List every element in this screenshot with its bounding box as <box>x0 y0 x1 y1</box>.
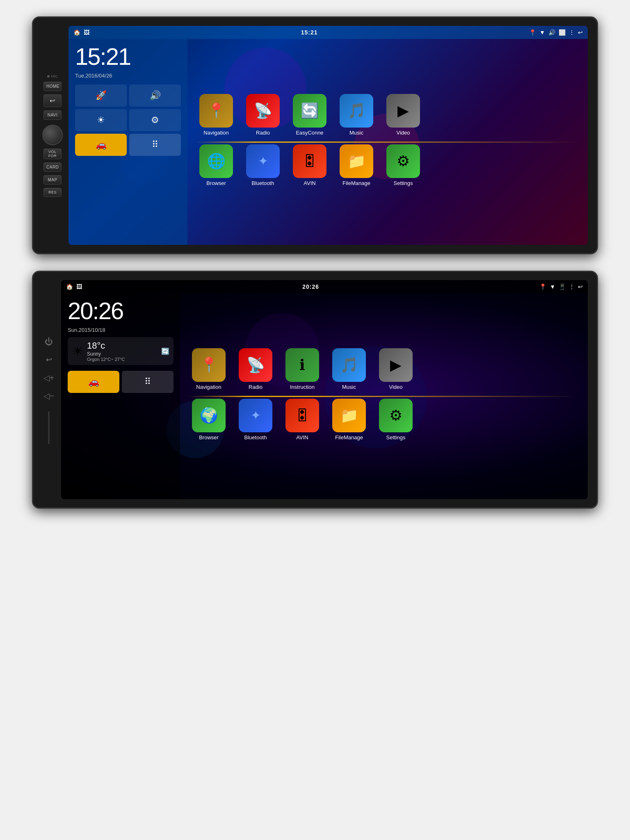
map-button[interactable]: MAP <box>43 175 62 185</box>
app-divider-2 <box>188 396 580 397</box>
car-widget-2[interactable]: 🚗 <box>68 371 119 393</box>
status-time-1: 15:21 <box>301 29 318 36</box>
connect-icon: 🔄 <box>293 94 326 128</box>
weather-icon: ☀ <box>72 343 84 359</box>
vol-up-button[interactable]: ◁+ <box>42 371 55 384</box>
device-unit-2: ⏻ ↩ ◁+ ◁− 🏠 🖼 20:26 📍 ▼ 📱 ⋮ ↩ <box>32 271 598 509</box>
browser-label: Browser <box>206 180 226 186</box>
avin-app-2[interactable]: 🎛 AVIN <box>282 399 323 441</box>
apps-widget-2[interactable]: ⠿ <box>122 371 173 393</box>
back-icon-2[interactable]: ↩ <box>578 283 583 290</box>
filemanager-icon: 📁 <box>340 144 373 178</box>
clock-date-1: Tue,2016/04/26 <box>75 73 181 79</box>
video-app[interactable]: ▶ Video <box>383 94 424 136</box>
bluetooth-label: Bluetooth <box>252 180 274 186</box>
apps-widget[interactable]: ⠿ <box>129 134 181 156</box>
volume-knob[interactable] <box>42 125 63 145</box>
music-label-2: Music <box>342 384 356 390</box>
speaker-widget[interactable]: 🔊 <box>129 84 181 107</box>
navi-button[interactable]: NAVI <box>43 110 62 120</box>
wifi-icon: ▼ <box>539 29 545 36</box>
volume-icon[interactable]: 🔊 <box>548 29 555 36</box>
app-row-2-bottom: 🌍 Browser ✦ Bluetooth 🎛 AVIN 📁 FileManag… <box>188 399 580 441</box>
gallery-icon[interactable]: 🖼 <box>84 29 89 36</box>
refresh-button[interactable]: 🔄 <box>161 347 169 355</box>
left-panel-2: 20:26 Sun,2015/10/18 ☀ 18°c Sunny Orgon … <box>61 293 180 499</box>
instruction-app[interactable]: ℹ Instruction <box>282 348 323 390</box>
video-icon-2: ▶ <box>379 348 413 382</box>
side-buttons-1: MIC HOME ↩ NAVI VOL FOR CARD MAP RES <box>42 74 63 197</box>
avin-icon-2: 🎛 <box>285 399 319 432</box>
settings-widget[interactable]: ⚙ <box>129 109 181 131</box>
nav-app[interactable]: 📍 Navigation <box>196 94 237 136</box>
widget-grid-2: 🚗 ⠿ <box>68 371 173 393</box>
video-label: Video <box>396 130 410 136</box>
music-app-2[interactable]: 🎵 Music <box>329 348 370 390</box>
back-icon[interactable]: ↩ <box>578 29 583 36</box>
filemanager-app-2[interactable]: 📁 FileManage <box>329 399 370 441</box>
music-app[interactable]: 🎵 Music <box>336 94 377 136</box>
settings-app[interactable]: ⚙ Settings <box>383 144 424 186</box>
radio-icon: 📡 <box>246 94 280 128</box>
gallery-icon-2[interactable]: 🖼 <box>76 283 82 290</box>
home-button[interactable]: HOME <box>43 82 62 91</box>
app-grid-1: 📍 Navigation 📡 Radio 🔄 EasyConne 🎵 Music <box>187 39 588 245</box>
status-right-1: 📍 ▼ 🔊 ⬜ ⋮ ↩ <box>529 29 583 36</box>
app-row-1-top: 📍 Navigation 📡 Radio 🔄 EasyConne 🎵 Music <box>196 94 580 136</box>
bluetooth-app[interactable]: ✦ Bluetooth <box>242 144 283 186</box>
clock-time-2: 20:26 <box>68 299 173 323</box>
settings-icon: ⚙ <box>386 144 420 178</box>
car-widget[interactable]: 🚗 <box>75 134 127 156</box>
screen-2: 🏠 🖼 20:26 📍 ▼ 📱 ⋮ ↩ 20:26 Sun,2015/10/18… <box>61 280 588 499</box>
settings-app-2[interactable]: ⚙ Settings <box>375 399 416 441</box>
status-bar-2: 🏠 🖼 20:26 📍 ▼ 📱 ⋮ ↩ <box>61 280 588 293</box>
side-slider <box>48 411 50 444</box>
connect-app[interactable]: 🔄 EasyConne <box>289 94 330 136</box>
sd-icon: 📱 <box>559 283 566 290</box>
avin-app[interactable]: 🎛 AVIN <box>289 144 330 186</box>
clock-date-2: Sun,2015/10/18 <box>68 327 173 333</box>
video-app-2[interactable]: ▶ Video <box>375 348 416 390</box>
menu-icon[interactable]: ⋮ <box>569 29 575 36</box>
status-bar-1: 🏠 🖼 15:21 📍 ▼ 🔊 ⬜ ⋮ ↩ <box>68 26 588 39</box>
res-button[interactable]: RES <box>43 188 62 197</box>
main-area-2: 20:26 Sun,2015/10/18 ☀ 18°c Sunny Orgon … <box>61 293 588 499</box>
connect-label: EasyConne <box>296 130 323 136</box>
menu-icon-2[interactable]: ⋮ <box>569 283 575 290</box>
vol-down-button[interactable]: ◁− <box>42 389 55 402</box>
weather-info: 18°c Sunny Orgon 12°C~ 27°C <box>87 340 158 362</box>
bluetooth-icon: ✦ <box>246 144 280 178</box>
home-icon-2[interactable]: 🏠 <box>66 283 73 290</box>
back-button-2[interactable]: ↩ <box>42 353 55 366</box>
nav-app-2[interactable]: 📍 Navigation <box>188 348 229 390</box>
bluetooth-icon-2: ✦ <box>239 399 272 432</box>
battery-icon: ⬜ <box>559 29 566 36</box>
location-icon-2: 📍 <box>539 283 546 290</box>
left-panel-1: 15:21 Tue,2016/04/26 🚀 🔊 ☀ ⚙ 🚗 ⠿ <box>68 39 187 245</box>
launch-icon[interactable]: 🚀 <box>75 84 127 107</box>
app-row-2-top: 📍 Navigation 📡 Radio ℹ Instruction 🎵 Mus… <box>188 348 580 390</box>
browser-app-2[interactable]: 🌍 Browser <box>188 399 229 441</box>
instruction-label: Instruction <box>290 384 315 390</box>
avin-label-2: AVIN <box>296 434 308 441</box>
back-button[interactable]: ↩ <box>43 94 62 107</box>
power-button[interactable]: ⏻ <box>42 335 55 348</box>
app-row-1-bottom: 🌐 Browser ✦ Bluetooth 🎛 AVIN 📁 FileManag… <box>196 144 580 186</box>
browser-icon: 🌐 <box>199 144 233 178</box>
filemanager-label-2: FileManage <box>335 434 363 441</box>
instruction-icon: ℹ <box>285 348 319 382</box>
home-icon[interactable]: 🏠 <box>73 29 80 36</box>
bluetooth-app-2[interactable]: ✦ Bluetooth <box>235 399 276 441</box>
main-area-1: 15:21 Tue,2016/04/26 🚀 🔊 ☀ ⚙ 🚗 ⠿ 📍 Navig… <box>68 39 588 245</box>
radio-app[interactable]: 📡 Radio <box>242 94 283 136</box>
radio-label-2: Radio <box>249 384 262 390</box>
filemanager-app[interactable]: 📁 FileManage <box>336 144 377 186</box>
clock-time-1: 15:21 <box>75 45 181 68</box>
card-button[interactable]: CARD <box>43 162 62 172</box>
weather-temp: 18°c <box>87 340 158 351</box>
brightness-widget[interactable]: ☀ <box>75 109 127 131</box>
radio-app-2[interactable]: 📡 Radio <box>235 348 276 390</box>
browser-label-2: Browser <box>199 434 219 441</box>
widget-grid-1: 🚀 🔊 ☀ ⚙ 🚗 ⠿ <box>75 84 181 156</box>
browser-app[interactable]: 🌐 Browser <box>196 144 237 186</box>
